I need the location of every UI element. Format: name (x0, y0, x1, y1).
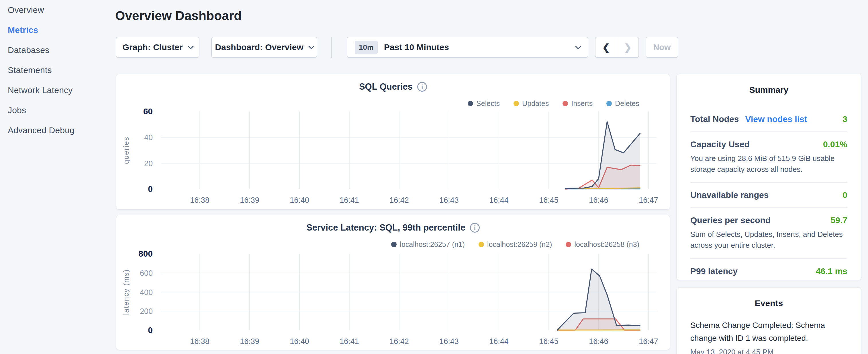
summary-row-capacity-used: Capacity Used 0.01% You are using 28.6 M… (690, 132, 847, 183)
svg-text:16:39: 16:39 (240, 337, 259, 346)
svg-text:0: 0 (148, 325, 153, 335)
summary-value: 59.7 (831, 215, 847, 225)
summary-title: Summary (690, 74, 847, 95)
toolbar-divider (331, 37, 332, 58)
svg-text:60: 60 (143, 106, 153, 116)
summary-value: 0.01% (823, 139, 847, 149)
sidebar-item-databases[interactable]: Databases (0, 40, 115, 60)
sql-queries-chart-card: SQL Queries i SelectsUpdatesInsertsDelet… (116, 74, 670, 210)
svg-text:16:47: 16:47 (639, 337, 658, 346)
time-range-dropdown[interactable]: 10m Past 10 Minutes (347, 37, 588, 58)
sidebar-item-network-latency[interactable]: Network Latency (0, 80, 115, 100)
sidebar-item-jobs[interactable]: Jobs (0, 100, 115, 120)
svg-text:200: 200 (140, 307, 153, 316)
sidebar-item-overview[interactable]: Overview (0, 0, 115, 20)
graph-select-label: Graph: Cluster (122, 42, 183, 52)
svg-text:16:44: 16:44 (489, 196, 509, 204)
svg-text:latency (ms): latency (ms) (122, 269, 130, 315)
svg-text:600: 600 (140, 269, 153, 278)
summary-row-p99-latency: P99 latency 46.1 ms (690, 259, 847, 284)
summary-description: You are using 28.6 MiB of 515.9 GiB usab… (690, 153, 847, 175)
svg-text:16:45: 16:45 (539, 337, 559, 346)
event-item-timestamp: May 13, 2020 at 4:45 PM (690, 348, 847, 354)
time-range-label: Past 10 Minutes (384, 42, 449, 52)
service-latency-chart-card: Service Latency: SQL, 99th percentile i … (116, 215, 670, 350)
svg-text:16:46: 16:46 (589, 196, 608, 204)
service-latency-plot[interactable]: 16:3816:3916:4016:4116:4216:4316:4416:45… (116, 215, 670, 350)
summary-row-queries-per-second: Queries per second 59.7 Sum of Selects, … (690, 208, 847, 259)
svg-text:16:42: 16:42 (390, 196, 409, 204)
sidebar: Overview Metrics Databases Statements Ne… (0, 0, 115, 354)
summary-row-total-nodes: Total Nodes View nodes list 3 (690, 107, 847, 132)
dashboard-select-dropdown[interactable]: Dashboard: Overview (211, 37, 317, 58)
svg-text:queries: queries (122, 137, 130, 164)
sidebar-item-advanced-debug[interactable]: Advanced Debug (0, 120, 115, 140)
chevron-down-icon (187, 43, 193, 49)
time-pager: ❮ ❯ (595, 37, 639, 58)
svg-text:16:40: 16:40 (290, 337, 309, 346)
summary-label: P99 latency (690, 266, 738, 276)
events-title: Events (690, 288, 847, 308)
svg-text:20: 20 (144, 159, 153, 168)
svg-text:16:47: 16:47 (639, 196, 658, 204)
summary-value: 3 (842, 114, 847, 124)
summary-label: Queries per second (690, 215, 771, 225)
sidebar-item-statements[interactable]: Statements (0, 60, 115, 80)
summary-label: Capacity Used (690, 139, 750, 149)
svg-text:40: 40 (144, 133, 153, 142)
time-range-badge: 10m (355, 41, 378, 54)
sidebar-item-metrics[interactable]: Metrics (0, 20, 115, 40)
svg-text:16:40: 16:40 (290, 196, 309, 204)
summary-panel: Summary Total Nodes View nodes list 3 Ca… (676, 74, 861, 280)
svg-text:16:46: 16:46 (589, 337, 608, 346)
graph-select-dropdown[interactable]: Graph: Cluster (116, 37, 199, 58)
summary-label: Unavailable ranges (690, 190, 769, 200)
summary-row-unavailable-ranges: Unavailable ranges 0 (690, 183, 847, 208)
events-panel: Events Schema Change Completed: Schema c… (676, 287, 861, 354)
svg-text:16:42: 16:42 (390, 337, 409, 346)
summary-value: 0 (842, 190, 847, 200)
svg-text:16:43: 16:43 (439, 337, 459, 346)
svg-text:16:38: 16:38 (190, 337, 210, 346)
dashboard-select-label: Dashboard: Overview (215, 42, 303, 52)
now-button[interactable]: Now (646, 37, 678, 58)
chevron-down-icon (575, 43, 581, 49)
svg-text:16:39: 16:39 (240, 196, 259, 204)
svg-text:16:41: 16:41 (340, 196, 359, 204)
next-time-button[interactable]: ❯ (617, 37, 639, 57)
event-item-text[interactable]: Schema Change Completed: Schema change w… (690, 319, 847, 345)
summary-value: 46.1 ms (816, 266, 847, 276)
svg-text:16:38: 16:38 (190, 196, 210, 204)
page-title: Overview Dashboard (115, 9, 242, 23)
view-nodes-list-link[interactable]: View nodes list (745, 114, 807, 124)
summary-description: Sum of Selects, Updates, Inserts, and De… (690, 229, 847, 251)
svg-text:0: 0 (148, 184, 153, 194)
svg-text:800: 800 (138, 249, 153, 258)
chevron-down-icon (308, 43, 314, 49)
svg-text:400: 400 (140, 288, 153, 297)
svg-text:16:43: 16:43 (439, 196, 459, 204)
prev-time-button[interactable]: ❮ (595, 37, 617, 57)
svg-text:16:44: 16:44 (489, 337, 509, 346)
svg-text:16:45: 16:45 (539, 196, 559, 204)
summary-label: Total Nodes (690, 114, 739, 124)
sql-queries-plot[interactable]: 16:3816:3916:4016:4116:4216:4316:4416:45… (116, 74, 670, 210)
svg-text:16:41: 16:41 (340, 337, 359, 346)
